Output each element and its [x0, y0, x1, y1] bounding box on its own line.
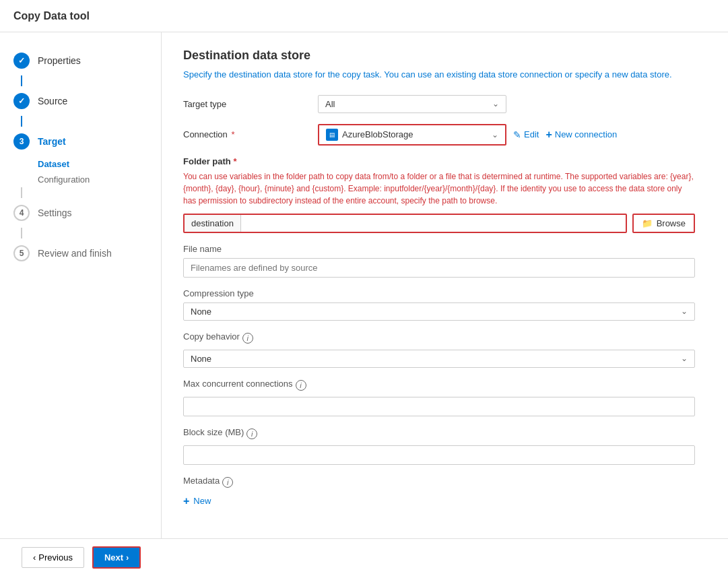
compression-type-section: Compression type None ⌄	[183, 288, 695, 321]
step-line-2	[21, 116, 22, 127]
target-type-select[interactable]: All ⌄	[318, 95, 506, 113]
max-connections-label: Max concurrent connections	[183, 379, 293, 389]
target-type-row: Target type All ⌄	[183, 95, 695, 113]
folder-path-prefix: destination	[185, 215, 241, 232]
azure-blob-icon: ▤	[326, 129, 338, 141]
next-label: Next	[104, 552, 123, 563]
plus-icon: +	[545, 129, 552, 141]
connection-control: ▤ AzureBlobStorage ⌄ ✎ Edit + New connec…	[318, 124, 695, 146]
footer: ‹ Previous Next ›	[0, 538, 728, 576]
step-circle-settings: 4	[13, 205, 30, 221]
next-chevron-icon: ›	[126, 552, 129, 563]
sidebar-item-target[interactable]: 3 Target	[0, 127, 161, 156]
previous-chevron-icon: ‹	[33, 552, 36, 563]
copy-behavior-chevron-icon: ⌄	[681, 354, 688, 363]
block-size-input[interactable]	[183, 445, 695, 465]
sidebar-label-configuration: Configuration	[38, 174, 90, 185]
folder-icon: 📁	[642, 218, 653, 228]
destination-title: Destination data store	[183, 49, 695, 63]
new-connection-button[interactable]: + New connection	[545, 129, 617, 141]
connection-select[interactable]: ▤ AzureBlobStorage ⌄	[318, 124, 506, 146]
edit-label: Edit	[524, 129, 539, 139]
compression-type-select[interactable]: None ⌄	[183, 302, 695, 321]
browse-button[interactable]: 📁 Browse	[632, 214, 695, 233]
page-title: Copy Data tool	[13, 10, 90, 22]
metadata-info-icon: i	[222, 477, 233, 488]
folder-path-row: destination 📁 Browse	[183, 214, 695, 233]
sidebar: ✓ Properties ✓ Source 3 Target Dataset C…	[0, 32, 162, 538]
block-size-info-icon: i	[246, 428, 257, 439]
sidebar-label-target: Target	[38, 136, 66, 147]
copy-behavior-label: Copy behavior	[183, 331, 240, 342]
copy-behavior-select[interactable]: None ⌄	[183, 350, 695, 368]
browse-label: Browse	[657, 218, 686, 228]
metadata-add-button[interactable]: + New	[183, 495, 695, 507]
folder-path-label: Folder path *	[183, 156, 695, 166]
compression-type-label: Compression type	[183, 288, 695, 298]
edit-button[interactable]: ✎ Edit	[513, 129, 539, 140]
compression-chevron-icon: ⌄	[681, 307, 688, 316]
max-connections-info-icon: i	[296, 380, 306, 391]
connection-value: AzureBlobStorage	[342, 129, 413, 139]
sidebar-label-source: Source	[38, 96, 67, 106]
next-button[interactable]: Next ›	[92, 546, 141, 569]
previous-button[interactable]: ‹ Previous	[22, 547, 84, 568]
step-circle-review: 5	[13, 245, 30, 261]
sidebar-item-configuration[interactable]: Configuration	[0, 172, 161, 187]
sidebar-item-settings[interactable]: 4 Settings	[0, 198, 161, 228]
copy-behavior-section: Copy behavior i None ⌄	[183, 331, 695, 368]
sidebar-item-dataset[interactable]: Dataset	[0, 156, 161, 172]
sidebar-label-dataset: Dataset	[38, 159, 69, 169]
metadata-section: Metadata i + New	[183, 476, 695, 507]
new-connection-label: New connection	[555, 129, 618, 139]
folder-path-info: You can use variables in the folder path…	[183, 170, 695, 207]
target-type-control: All ⌄	[318, 95, 695, 113]
step-circle-source: ✓	[13, 93, 30, 109]
pencil-icon: ✎	[513, 129, 521, 140]
sidebar-item-review[interactable]: 5 Review and finish	[0, 238, 161, 268]
target-type-label: Target type	[183, 99, 318, 109]
folder-path-input[interactable]	[241, 215, 626, 232]
folder-input-wrapper: destination	[183, 214, 627, 233]
copy-behavior-info-icon: i	[242, 333, 253, 344]
folder-path-section: Folder path * You can use variables in t…	[183, 156, 695, 233]
connection-chevron-icon: ⌄	[492, 130, 498, 139]
file-name-label: File name	[183, 244, 695, 254]
step-circle-properties: ✓	[13, 53, 30, 69]
copy-behavior-value: None	[191, 354, 211, 364]
block-size-label: Block size (MB)	[183, 427, 244, 437]
sidebar-label-properties: Properties	[38, 55, 81, 66]
sidebar-label-settings: Settings	[38, 207, 72, 218]
connection-row: Connection * ▤ AzureBlobStorage ⌄ ✎	[183, 124, 695, 146]
destination-description: Specify the destination data store for t…	[183, 68, 695, 82]
main-content: Destination data store Specify the desti…	[162, 32, 728, 538]
step-line-3	[21, 187, 22, 198]
metadata-label: Metadata	[183, 476, 220, 486]
step-line-4	[21, 228, 22, 238]
step-line-1	[21, 75, 22, 86]
sidebar-item-source[interactable]: ✓ Source	[0, 86, 161, 116]
metadata-add-label: New	[193, 496, 211, 506]
compression-type-value: None	[191, 307, 211, 317]
file-name-section: File name	[183, 244, 695, 278]
step-circle-target: 3	[13, 133, 30, 150]
target-type-chevron-icon: ⌄	[492, 99, 499, 108]
file-name-input[interactable]	[183, 258, 695, 278]
max-connections-input[interactable]	[183, 397, 695, 416]
block-size-section: Block size (MB) i	[183, 427, 695, 465]
max-connections-section: Max concurrent connections i	[183, 379, 695, 416]
previous-label: Previous	[38, 552, 73, 563]
sidebar-label-review: Review and finish	[38, 248, 112, 259]
metadata-plus-icon: +	[183, 495, 189, 507]
target-type-value: All	[325, 99, 335, 109]
sidebar-item-properties[interactable]: ✓ Properties	[0, 46, 161, 75]
connection-inner-row: ▤ AzureBlobStorage ⌄ ✎ Edit + New connec…	[318, 124, 695, 146]
connection-label: Connection *	[183, 129, 318, 139]
